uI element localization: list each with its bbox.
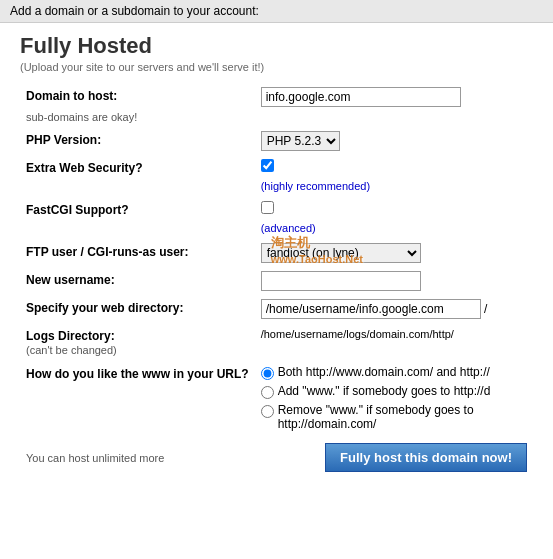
radio-add[interactable] (261, 386, 274, 399)
extra-security-label: Extra Web Security? (20, 155, 255, 179)
www-row: How do you like the www in your URL? Bot… (20, 361, 533, 435)
ftp-label: FTP user / CGI-runs-as user: (20, 239, 255, 267)
domain-input[interactable] (261, 87, 461, 107)
bottom-row: You can host unlimited more Fully host t… (20, 437, 533, 478)
webdir-label: Specify your web directory: (20, 295, 255, 323)
new-username-label: New username: (20, 267, 255, 295)
ftp-select[interactable]: fandiost (on lyne) (261, 243, 421, 263)
new-username-cell (255, 267, 533, 295)
radio-add-row: Add "www." if somebody goes to http://d (261, 384, 527, 399)
radio-add-label: Add "www." if somebody goes to http://d (278, 384, 491, 398)
extra-security-link-row: (highly recommended) (20, 179, 533, 197)
domain-field-cell (255, 83, 533, 111)
domain-sublabel-row: sub-domains are okay! (20, 111, 533, 127)
main-content: Fully Hosted (Upload your site to our se… (0, 23, 553, 488)
topbar-label: Add a domain or a subdomain to your acco… (10, 4, 259, 18)
www-cell: Both http://www.domain.com/ and http:// … (255, 361, 533, 435)
php-select-cell: PHP 5.2.3 PHP 4 PHP 5.3 (255, 127, 533, 155)
logs-row: Logs Directory: (can't be changed) /home… (20, 323, 533, 361)
fastcgi-row: FastCGI Support? (20, 197, 533, 221)
new-username-input[interactable] (261, 271, 421, 291)
section-title: Fully Hosted (20, 33, 533, 59)
webdir-input[interactable] (261, 299, 481, 319)
radio-remove[interactable] (261, 405, 274, 418)
radio-both[interactable] (261, 367, 274, 380)
php-row: PHP Version: PHP 5.2.3 PHP 4 PHP 5.3 (20, 127, 533, 155)
webdir-suffix: / (484, 302, 487, 316)
domain-sublabel: sub-domains are okay! (20, 111, 255, 127)
submit-button[interactable]: Fully host this domain now! (325, 443, 527, 472)
www-label: How do you like the www in your URL? (20, 361, 255, 435)
extra-security-cell (255, 155, 533, 179)
php-label: PHP Version: (20, 127, 255, 155)
fastcgi-label: FastCGI Support? (20, 197, 255, 221)
logs-cell: /home/username/logs/domain.com/http/ (255, 323, 533, 361)
domain-label: Domain to host: (20, 83, 255, 111)
form-table: Domain to host: sub-domains are okay! PH… (20, 83, 533, 435)
fastcgi-cell (255, 197, 533, 221)
ftp-row: FTP user / CGI-runs-as user: fandiost (o… (20, 239, 533, 267)
radio-remove-row: Remove "www." if somebody goes to http:/… (261, 403, 527, 431)
radio-both-row: Both http://www.domain.com/ and http:// (261, 365, 527, 380)
ftp-cell: fandiost (on lyne) 淘主机 www.TaoHost.Net (255, 239, 533, 267)
domain-row: Domain to host: (20, 83, 533, 111)
php-select[interactable]: PHP 5.2.3 PHP 4 PHP 5.3 (261, 131, 340, 151)
logs-sublabel: (can't be changed) (26, 344, 117, 356)
logs-value: /home/username/logs/domain.com/http/ (261, 328, 454, 340)
topbar: Add a domain or a subdomain to your acco… (0, 0, 553, 23)
radio-both-label: Both http://www.domain.com/ and http:// (278, 365, 490, 379)
fastcgi-checkbox[interactable] (261, 201, 274, 214)
webdir-cell: / (255, 295, 533, 323)
webdir-row: Specify your web directory: / (20, 295, 533, 323)
fastcgi-link-row: (advanced) (20, 221, 533, 239)
section-subtitle: (Upload your site to our servers and we'… (20, 61, 533, 73)
radio-remove-label: Remove "www." if somebody goes to http:/… (278, 403, 474, 431)
fastcgi-link[interactable]: (advanced) (261, 222, 316, 234)
extra-security-row: Extra Web Security? (20, 155, 533, 179)
bottom-note: You can host unlimited more (26, 452, 325, 464)
www-radio-group: Both http://www.domain.com/ and http:// … (261, 365, 527, 431)
extra-security-link[interactable]: (highly recommended) (261, 180, 370, 192)
logs-label: Logs Directory: (can't be changed) (20, 323, 255, 361)
extra-security-checkbox[interactable] (261, 159, 274, 172)
new-username-row: New username: (20, 267, 533, 295)
